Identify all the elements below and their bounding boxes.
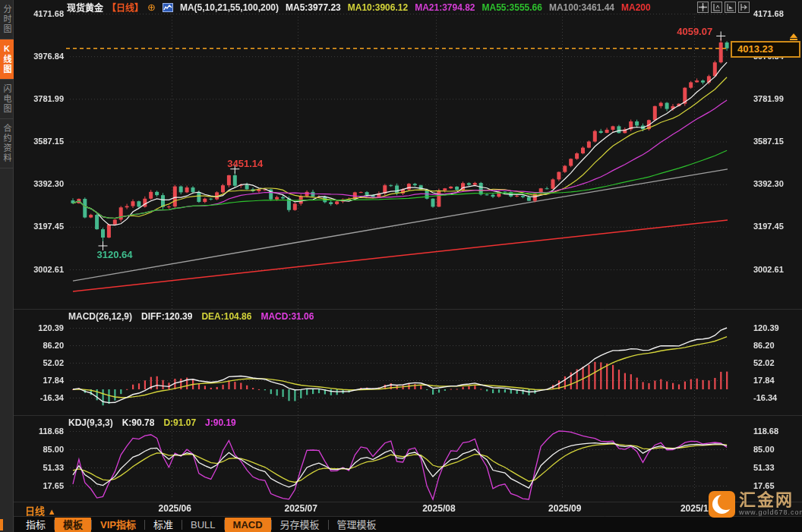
chart-header: 现货黄金 【日线】 ⊕ MA(5,10,21,55,100,200) MA5:3… bbox=[67, 1, 651, 14]
price-axis-label-left: 3781.99 bbox=[14, 94, 64, 104]
price-axis-label-left: 4171.68 bbox=[14, 9, 64, 19]
price-axis-label-right: 3587.15 bbox=[753, 137, 800, 146]
bottom-tab-7[interactable]: 管理模板 bbox=[329, 518, 385, 532]
price-axis-label-left: 3002.61 bbox=[14, 265, 64, 275]
macd-axis-label-right: 120.39 bbox=[753, 323, 800, 333]
add-indicator-icon[interactable]: ⊕ bbox=[147, 2, 156, 13]
trading-terminal: 分时图K线图闪电图合约资料 现货黄金 【日线】 ⊕ MA(5,10,21,55,… bbox=[0, 0, 802, 532]
bottom-tab-5[interactable]: MACD bbox=[225, 518, 271, 532]
sidebar-tab-0[interactable]: 分时图 bbox=[0, 0, 14, 39]
price-axis-label-left: 3587.15 bbox=[14, 137, 64, 146]
chart-toolbar bbox=[697, 2, 750, 13]
kdj-axis-label-left: 17.65 bbox=[14, 481, 64, 491]
bottom-tab-4[interactable]: BULL bbox=[182, 518, 224, 532]
bottom-tab-2[interactable]: VIP指标 bbox=[92, 518, 144, 532]
price-axis-label-right: 3002.61 bbox=[753, 265, 800, 275]
macd-axis-label-left: 52.02 bbox=[14, 358, 64, 368]
macd-axis-label-right: -16.34 bbox=[753, 393, 800, 403]
macd-axis-label-left: 86.20 bbox=[14, 341, 64, 351]
time-axis: 日线 ▲ 2025/062025/072025/082025/092025/10 bbox=[14, 502, 802, 516]
annotation-final-high: 4059.07 bbox=[677, 26, 712, 37]
macd-macd-value: MACD:31.06 bbox=[260, 311, 314, 322]
price-axis-label-left: 3976.84 bbox=[14, 52, 64, 61]
kdj-axis-label-right: 85.00 bbox=[753, 445, 800, 455]
watermark-name: 汇金网 bbox=[739, 491, 802, 508]
mini-chart-icon[interactable] bbox=[163, 3, 173, 12]
sidebar-tab-3[interactable]: 合约资料 bbox=[0, 119, 14, 168]
ma5-value: MA5:3977.23 bbox=[286, 2, 341, 13]
pane-expand-icon[interactable] bbox=[738, 2, 750, 13]
last-price-badge: 4013.23 bbox=[731, 41, 800, 58]
macd-axis-label-left: 17.84 bbox=[14, 376, 64, 386]
watermark: 汇金网 www.gold678.com bbox=[709, 491, 802, 518]
symbol-name: 现货黄金 bbox=[67, 1, 103, 14]
macd-axis-label-left: -16.34 bbox=[14, 393, 64, 403]
macd-axis-label-right: 52.02 bbox=[753, 358, 800, 368]
period-selector[interactable]: 日线 ▲ bbox=[25, 503, 56, 518]
macd-axis-label-right: 86.20 bbox=[753, 341, 800, 351]
watermark-url: www.gold678.com bbox=[739, 508, 802, 516]
huijin-logo-icon bbox=[709, 491, 735, 518]
ma10-value: MA10:3906.12 bbox=[348, 2, 408, 13]
crosshair-icon[interactable] bbox=[697, 2, 709, 13]
price-axis-label-left: 3197.45 bbox=[14, 222, 64, 231]
price-axis-label-right: 4171.68 bbox=[753, 9, 800, 19]
macd-name: MACD(26,12,9) bbox=[68, 311, 132, 322]
ma-settings-label: MA(5,10,21,55,100,200) bbox=[180, 2, 279, 13]
annotation-june-high: 3451.14 bbox=[227, 158, 263, 169]
ma200-value: MA200 bbox=[621, 2, 651, 13]
chart-type-sidebar: 分时图K线图闪电图合约资料 bbox=[0, 0, 14, 532]
macd-axis-label-right: 17.84 bbox=[753, 376, 800, 386]
kdj-axis-label-left: 51.33 bbox=[14, 463, 64, 473]
price-axis-label-right: 3781.99 bbox=[753, 94, 800, 104]
tabbar-left-accent bbox=[0, 519, 3, 530]
indicator-tabbar: 指标模板VIP指标标准BULLMACD另存模板管理模板 bbox=[14, 517, 802, 532]
kdj-indicator-row: KDJ(9,3,3) K:90.78 D:91.07 J:90.19 bbox=[68, 417, 236, 428]
y-axis-scale-icon[interactable] bbox=[711, 2, 722, 13]
kdj-k-value: K:90.78 bbox=[122, 417, 155, 428]
bottom-tab-1[interactable]: 模板 bbox=[55, 518, 91, 532]
time-axis-label: 2025/07 bbox=[274, 503, 327, 514]
kdj-axis-label-left: 85.00 bbox=[14, 445, 64, 455]
macd-axis-label-left: 120.39 bbox=[14, 323, 64, 333]
up-triangle-icon: ▲ bbox=[48, 507, 56, 516]
sidebar-tab-1[interactable]: K线图 bbox=[0, 39, 14, 80]
ma21-value: MA21:3794.82 bbox=[415, 2, 475, 13]
bottom-tab-3[interactable]: 标准 bbox=[145, 518, 182, 532]
kdj-axis-label-right: 51.33 bbox=[753, 463, 800, 473]
time-axis-label: 2025/08 bbox=[412, 503, 466, 514]
bottom-tab-6[interactable]: 另存模板 bbox=[272, 518, 328, 532]
kdj-axis-label-left: 118.68 bbox=[14, 427, 64, 436]
annotation-may-low: 3120.64 bbox=[97, 249, 133, 260]
kdj-axis-label-right: 118.68 bbox=[753, 427, 800, 436]
price-axis-label-left: 3392.30 bbox=[14, 179, 64, 189]
ma55-value: MA55:3555.66 bbox=[482, 2, 542, 13]
ma100-value: MA100:3461.44 bbox=[549, 2, 614, 13]
macd-dea-value: DEA:104.86 bbox=[201, 311, 251, 322]
kdj-name: KDJ(9,3,3) bbox=[68, 417, 113, 428]
kdj-j-value: J:90.19 bbox=[205, 417, 236, 428]
time-axis-label: 2025/09 bbox=[538, 503, 592, 514]
price-axis-label-right: 3197.45 bbox=[753, 222, 800, 231]
period-label: 【日线】 bbox=[107, 1, 144, 14]
price-up-arrow-icon bbox=[789, 33, 798, 40]
sidebar-tab-2[interactable]: 闪电图 bbox=[0, 80, 14, 119]
kdj-axis-label-right: 17.65 bbox=[753, 481, 800, 491]
bottom-tab-0[interactable]: 指标 bbox=[17, 518, 54, 532]
candlestick-chart-canvas[interactable] bbox=[0, 0, 802, 532]
macd-indicator-row: MACD(26,12,9) DIFF:120.39 DEA:104.86 MAC… bbox=[68, 311, 314, 322]
price-axis-label-right: 3392.30 bbox=[753, 179, 800, 189]
macd-diff-value: DIFF:120.39 bbox=[141, 311, 192, 322]
time-axis-label: 2025/06 bbox=[148, 503, 201, 514]
kdj-d-value: D:91.07 bbox=[163, 417, 196, 428]
x-axis-scale-icon[interactable] bbox=[725, 2, 736, 13]
